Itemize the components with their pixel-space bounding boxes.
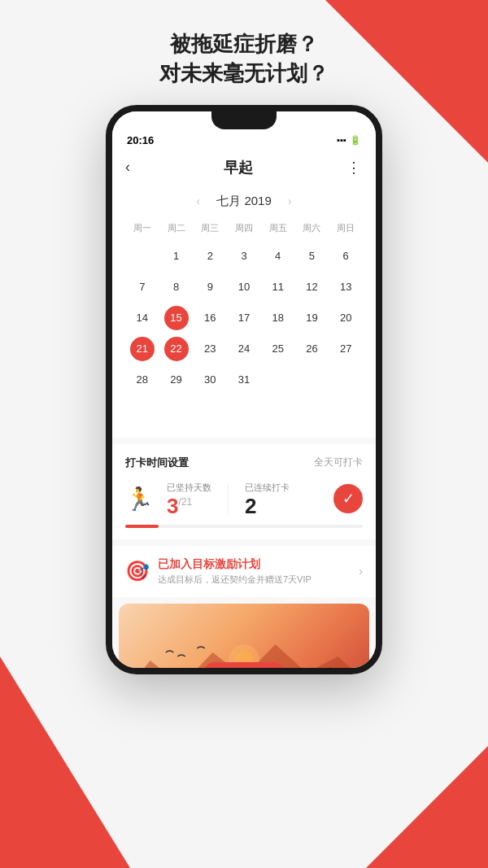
cal-day-wrapper[interactable]: 5 [295,242,329,270]
cal-day[interactable]: 10 [237,274,251,300]
cal-day-wrapper[interactable]: 10 [227,273,261,301]
phone-mockup-container: 20:16 ▪▪▪ 🔋 ‹ 早起 ⋮ ‹ 七月 2019 › [0,105,488,674]
cal-day[interactable]: 31 [237,367,251,393]
cal-day-wrapper[interactable]: 27 [329,335,363,363]
cal-day[interactable]: 20 [338,305,353,331]
cal-next-button[interactable]: › [288,194,292,207]
cal-day[interactable]: 2 [206,243,215,269]
cal-day[interactable] [141,398,144,424]
weekday-wed: 周三 [193,219,227,238]
cal-day-wrapper[interactable]: 1 [159,242,194,270]
cal-day-wrapper[interactable]: 17 [227,304,261,332]
cal-day-wrapper[interactable]: 16 [193,304,227,332]
cal-day[interactable] [310,367,313,393]
cal-day-wrapper[interactable]: 6 [329,242,363,270]
cal-day-wrapper[interactable]: 22 [159,335,194,363]
cal-day[interactable] [344,367,347,393]
cal-day-wrapper[interactable]: 11 [261,273,295,301]
cal-day-wrapper[interactable]: 18 [261,304,295,332]
cal-day-wrapper[interactable]: 29 [159,366,194,394]
cal-day-wrapper[interactable]: 26 [295,335,329,363]
cal-day[interactable]: 16 [203,305,217,331]
cal-day-wrapper[interactable]: 23 [193,335,227,363]
cal-day[interactable]: 6 [342,243,351,269]
cal-day-wrapper[interactable]: 8 [159,273,194,301]
cal-day-wrapper[interactable]: 19 [295,304,329,332]
cal-day[interactable]: 18 [270,305,285,331]
cal-day-wrapper[interactable]: 15 [159,304,194,332]
cal-day-wrapper[interactable] [125,242,159,270]
status-icons: ▪▪▪ 🔋 [337,135,361,146]
weekday-sun: 周日 [329,219,363,238]
anytime-label: 全天可打卡 [314,456,363,469]
cal-day[interactable]: 15 [164,306,189,330]
cal-day[interactable]: 8 [172,274,181,300]
cal-day-wrapper[interactable] [295,366,329,394]
cal-day[interactable]: 9 [206,274,215,300]
cal-day[interactable]: 13 [338,274,353,300]
cal-day[interactable]: 24 [237,336,251,362]
cal-day[interactable]: 21 [130,337,155,361]
goal-subtitle: 达成目标后，返还契约金并赠送7天VIP [158,574,351,586]
cal-day-wrapper[interactable]: 7 [125,273,159,301]
cal-day[interactable]: 26 [304,336,319,362]
cal-day-wrapper[interactable]: 13 [329,273,363,301]
cal-day[interactable]: 14 [135,305,150,331]
cal-day-wrapper[interactable]: 14 [125,304,159,332]
cal-day-wrapper[interactable]: 9 [193,273,227,301]
cal-day[interactable]: 12 [304,274,319,300]
header-line1: 被拖延症折磨？ [170,32,318,56]
calendar-header: ‹ 七月 2019 › [125,187,363,219]
cal-day[interactable]: 1 [172,243,181,269]
days-label: 已坚持天数 [167,482,211,494]
cal-day[interactable]: 17 [237,305,251,331]
progress-bar [125,525,363,528]
bg-triangle-bottom-right [366,746,488,868]
stats-row: 🏃 已坚持天数 3/21 已连续打卡 2 ✓ [125,482,363,517]
cal-day-wrapper[interactable]: 28 [125,366,159,394]
cal-day[interactable]: 25 [270,336,285,362]
cal-day[interactable]: 4 [273,243,282,269]
cal-day-wrapper[interactable]: 3 [227,242,261,270]
cal-day[interactable]: 19 [304,305,319,331]
cal-day[interactable]: 3 [239,243,248,269]
cal-day-wrapper[interactable]: 31 [227,366,261,394]
cal-day-wrapper[interactable] [261,366,295,394]
cal-day[interactable]: 7 [137,274,146,300]
weekday-sat: 周六 [295,219,329,238]
back-button[interactable]: ‹ [125,159,130,176]
cal-day[interactable]: 29 [168,367,183,393]
goal-card[interactable]: 🎯 已加入目标激励计划 达成目标后，返还契约金并赠送7天VIP › [112,546,376,597]
cal-day[interactable]: 28 [135,367,150,393]
cal-day-wrapper[interactable]: 20 [329,304,363,332]
cal-day-wrapper[interactable] [329,366,363,394]
goal-arrow: › [359,565,363,578]
cal-day-wrapper[interactable]: 4 [261,242,295,270]
check-button[interactable]: ✓ [333,484,363,513]
cal-day[interactable]: 22 [164,337,189,361]
cal-day[interactable] [277,367,280,393]
cal-prev-button[interactable]: ‹ [197,194,201,207]
settings-title: 打卡时间设置 [125,456,189,470]
header-line2: 对未来毫无计划？ [159,61,329,85]
cal-day-wrapper[interactable]: 25 [261,335,295,363]
cal-day[interactable]: 5 [307,243,316,269]
cal-day-wrapper[interactable]: 30 [193,366,227,394]
cal-day[interactable]: 27 [338,336,353,362]
more-button[interactable]: ⋮ [346,159,363,177]
cal-day-wrapper[interactable] [125,397,159,425]
goal-title: 已加入目标激励计划 [158,557,351,572]
cal-day-wrapper[interactable]: 21 [125,335,159,363]
weekday-mon: 周一 [125,219,159,238]
run-icon: 🏃 [125,486,154,513]
change-bg-button[interactable]: 更换背景 [202,662,286,668]
phone-screen[interactable]: 20:16 ▪▪▪ 🔋 ‹ 早起 ⋮ ‹ 七月 2019 › [112,111,376,668]
cal-day-wrapper[interactable]: 24 [227,335,261,363]
cal-day[interactable] [141,243,144,269]
streak-stat: 已连续打卡 2 [245,482,290,517]
cal-day[interactable]: 11 [270,274,285,300]
cal-day-wrapper[interactable]: 12 [295,273,329,301]
cal-day[interactable]: 30 [203,367,217,393]
cal-day-wrapper[interactable]: 2 [193,242,227,270]
cal-day[interactable]: 23 [203,336,217,362]
